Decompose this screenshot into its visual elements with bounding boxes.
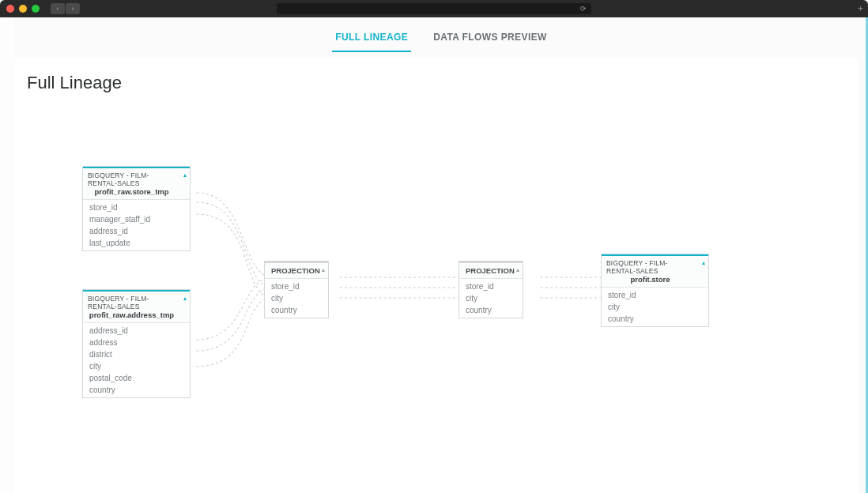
nav-arrows: ‹ ›	[51, 3, 81, 14]
node-source-label: BIGQUERY - FILM-RENTAL-SALES	[88, 171, 175, 187]
collapse-icon[interactable]: ▴	[702, 259, 705, 266]
maximize-window-button[interactable]	[32, 5, 40, 13]
node-header: PROJECTION ▴	[459, 262, 523, 279]
main-content: FULL LINEAGE DATA FLOWS PREVIEW Full Lin…	[14, 17, 868, 493]
node-source-label: BIGQUERY - FILM-RENTAL-SALES	[606, 259, 694, 275]
field: last_update	[83, 237, 190, 249]
collapse-icon[interactable]: ▴	[183, 295, 187, 302]
node-header: BIGQUERY - FILM-RENTAL-SALES profit.stor…	[602, 254, 708, 288]
node-store-tmp[interactable]: BIGQUERY - FILM-RENTAL-SALES profit_raw.…	[82, 166, 191, 251]
title-bar: ‹ › ⟳ +	[0, 0, 868, 17]
page-body: Full Lineage	[14, 58, 859, 493]
node-name: profit_raw.address_tmp	[88, 310, 175, 319]
field: postal_code	[83, 372, 190, 384]
collapse-icon[interactable]: ▴	[322, 266, 325, 273]
node-body: store_id city country	[602, 288, 708, 326]
field: manager_staff_id	[83, 213, 190, 225]
close-window-button[interactable]	[6, 5, 14, 13]
field: country	[83, 384, 190, 396]
node-body: address_id address district city postal_…	[83, 323, 190, 397]
field: address_id	[83, 325, 190, 337]
node-source-label: BIGQUERY - FILM-RENTAL-SALES	[88, 295, 175, 310]
tab-data-flows-preview[interactable]: DATA FLOWS PREVIEW	[430, 27, 550, 52]
view-tabs: FULL LINEAGE DATA FLOWS PREVIEW	[14, 17, 868, 52]
field: city	[83, 360, 190, 372]
field: store_id	[83, 201, 190, 213]
field: district	[83, 348, 190, 360]
node-body: store_id city country	[459, 279, 523, 318]
field: country	[459, 304, 523, 316]
node-body: store_id city country	[265, 279, 328, 318]
node-projection-1[interactable]: PROJECTION ▴ store_id city country	[264, 261, 329, 318]
field: address	[83, 337, 190, 348]
field: city	[265, 292, 328, 304]
page-title: Full Lineage	[27, 73, 846, 93]
field: city	[602, 301, 708, 313]
node-name: profit.store	[606, 275, 694, 284]
collapse-icon[interactable]: ▴	[183, 171, 187, 179]
collapse-icon[interactable]: ▴	[516, 266, 519, 273]
new-tab-button[interactable]: +	[858, 3, 863, 14]
back-button[interactable]: ‹	[51, 3, 65, 14]
field: address_id	[83, 225, 190, 237]
node-header: BIGQUERY - FILM-RENTAL-SALES profit_raw.…	[83, 290, 190, 323]
field: store_id	[265, 280, 328, 292]
field: country	[602, 313, 708, 325]
field: store_id	[602, 289, 708, 301]
window-controls	[6, 5, 40, 13]
node-profit-store[interactable]: BIGQUERY - FILM-RENTAL-SALES profit.stor…	[601, 254, 709, 327]
node-header: BIGQUERY - FILM-RENTAL-SALES profit_raw.…	[83, 167, 190, 200]
node-name: profit_raw.store_tmp	[88, 187, 175, 196]
left-gutter	[0, 17, 14, 493]
node-header: PROJECTION ▴	[265, 262, 328, 279]
tab-full-lineage[interactable]: FULL LINEAGE	[332, 27, 411, 52]
node-projection-2[interactable]: PROJECTION ▴ store_id city country	[459, 261, 523, 318]
field: country	[265, 304, 328, 316]
reload-icon[interactable]: ⟳	[580, 5, 587, 13]
node-name: PROJECTION	[466, 266, 505, 275]
node-body: store_id manager_staff_id address_id las…	[83, 200, 190, 250]
node-name: PROJECTION	[271, 266, 311, 275]
minimize-window-button[interactable]	[19, 5, 27, 13]
field: store_id	[459, 280, 523, 292]
node-address-tmp[interactable]: BIGQUERY - FILM-RENTAL-SALES profit_raw.…	[82, 289, 191, 398]
forward-button[interactable]: ›	[66, 3, 80, 14]
browser-window: ‹ › ⟳ + FULL LINEAGE DATA FLOWS PREVIEW …	[0, 0, 868, 493]
lineage-canvas[interactable]: BIGQUERY - FILM-RENTAL-SALES profit_raw.…	[27, 100, 846, 479]
field: city	[459, 292, 523, 304]
address-bar[interactable]: ⟳	[277, 3, 591, 14]
